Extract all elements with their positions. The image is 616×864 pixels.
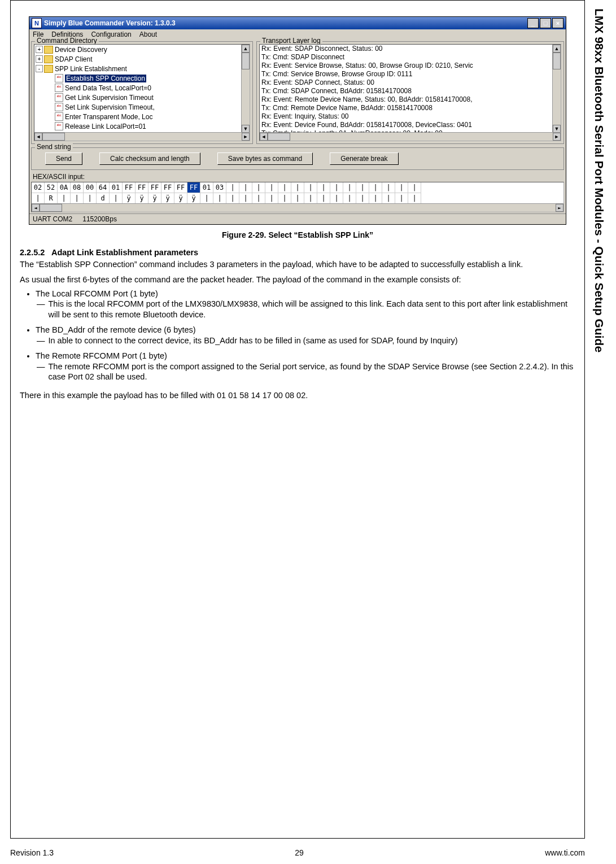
hex-cell[interactable]: FF [136,182,148,193]
hex-cell[interactable]: FF [148,182,161,193]
expand-icon[interactable]: + [36,55,43,63]
tree-item-label: SDAP Client [55,55,92,63]
tree-item-label: Establish SPP Connection [65,75,146,82]
hex-cell[interactable]: d [97,193,110,204]
hex-cell[interactable]: 01 [200,182,213,193]
hex-cell[interactable]: | [32,193,45,204]
hex-cell[interactable]: | [356,193,369,204]
hex-cell[interactable]: | [317,182,330,193]
hex-cell[interactable]: | [265,182,278,193]
app-window: N Simply Blue Commander Version: 1.3.0.3… [29,16,566,225]
hex-cell[interactable]: ÿ [174,193,187,204]
hex-cell[interactable]: ÿ [187,193,200,204]
hex-cell[interactable]: R [45,193,58,204]
hex-cell[interactable]: | [330,182,343,193]
hex-cell[interactable]: 02 [32,182,45,193]
hex-cell[interactable]: | [369,182,382,193]
log-line: Tx: Cmd: Service Browse, Browse Group ID… [260,70,561,78]
expand-icon[interactable]: - [36,65,43,72]
hex-cell[interactable]: | [317,193,330,204]
hex-cell[interactable]: | [408,193,421,204]
hex-cell[interactable]: ÿ [136,193,148,204]
send-button[interactable]: Send [45,152,82,165]
hex-cell[interactable]: | [330,193,343,204]
hex-cell[interactable]: FF [187,182,200,193]
hex-cell[interactable]: | [239,193,252,204]
hex-cell[interactable]: | [343,193,356,204]
calc-checksum-button[interactable]: Calc checksum and length [99,152,200,165]
hex-input[interactable]: 02520A08006401FFFFFFFFFFFF0103||||||||||… [31,182,564,212]
minimize-button[interactable]: _ [527,18,539,28]
log-vscroll[interactable]: ▲▼ [552,45,561,133]
hex-cell[interactable]: | [395,182,408,193]
tree-item[interactable]: abcGet Link Supervision Timeout [54,93,250,102]
expand-icon[interactable]: + [36,46,43,53]
menu-about[interactable]: About [139,30,157,38]
close-button[interactable]: × [552,18,563,28]
hex-cell[interactable]: | [382,182,395,193]
hex-cell[interactable]: | [226,182,239,193]
footer-url: www.ti.com [545,848,585,857]
hex-cell[interactable]: | [278,182,291,193]
tree-item[interactable]: -SPP Link Establishment [34,64,250,73]
bullet-sub: This is the local RFCOMM port of the LMX… [49,299,576,320]
command-directory-legend: Command Directory [35,37,99,45]
tree-item[interactable]: abcSet Link Supervision Timeout, [54,102,250,112]
hex-cell[interactable]: | [369,193,382,204]
hex-label: HEX/ASCII input: [29,172,566,181]
tree-hscroll[interactable]: ◄► [34,132,250,141]
hex-cell[interactable]: FF [161,182,174,193]
maximize-button[interactable]: □ [540,18,551,28]
hex-cell[interactable]: | [110,193,123,204]
hex-cell[interactable]: | [304,193,317,204]
hex-cell[interactable]: ÿ [148,193,161,204]
hex-cell[interactable]: | [58,193,71,204]
hex-cell[interactable]: | [395,193,408,204]
doc-icon: abc [55,112,63,121]
hex-cell[interactable]: 0A [58,182,71,193]
command-tree[interactable]: +Device Discovery+SDAP Client-SPP Link E… [34,44,250,141]
hex-cell[interactable]: | [278,193,291,204]
hex-cell[interactable]: | [239,182,252,193]
hex-cell[interactable]: 64 [97,182,110,193]
hex-cell[interactable]: ÿ [161,193,174,204]
log-line: Rx: Event: SDAP Connect, Status: 00 [260,78,561,87]
hex-cell[interactable]: | [213,193,226,204]
tree-item[interactable]: abcEnter Transparent Mode, Loc [54,112,250,121]
hex-cell[interactable]: | [382,193,395,204]
hex-cell[interactable]: | [265,193,278,204]
tree-item[interactable]: +Device Discovery [34,45,250,54]
hex-cell[interactable]: FF [123,182,136,193]
hex-cell[interactable]: ÿ [123,193,136,204]
tree-item[interactable]: abcSend Data Test, LocalPort=0 [54,83,250,93]
hex-cell[interactable]: | [200,193,213,204]
hex-cell[interactable]: | [304,182,317,193]
hex-cell[interactable]: | [252,193,265,204]
hex-cell[interactable]: 03 [213,182,226,193]
transport-log[interactable]: Rx: Event: SDAP Disconnect, Status: 00Tx… [259,44,561,141]
hex-cell[interactable]: | [291,182,304,193]
doc-icon: abc [55,122,63,130]
hex-cell[interactable]: | [408,182,421,193]
titlebar: N Simply Blue Commander Version: 1.3.0.3… [29,17,566,29]
save-bytes-button[interactable]: Save bytes as command [217,152,313,165]
tree-item[interactable]: abcEstablish SPP Connection [54,73,250,83]
hex-cell[interactable]: | [226,193,239,204]
hex-cell[interactable]: 52 [45,182,58,193]
tree-item[interactable]: +SDAP Client [34,54,250,64]
hex-cell[interactable]: | [343,182,356,193]
tree-item[interactable]: abcRelease Link LocalPort=01 [54,121,250,131]
hex-cell[interactable]: | [252,182,265,193]
hex-cell[interactable]: FF [174,182,187,193]
generate-break-button[interactable]: Generate break [330,152,398,165]
hex-cell[interactable]: | [71,193,84,204]
log-hscroll[interactable]: ◄► [260,132,561,141]
hex-cell[interactable]: | [356,182,369,193]
hex-cell[interactable]: | [291,193,304,204]
hex-cell[interactable]: 00 [84,182,97,193]
tree-vscroll[interactable]: ▲▼ [241,45,250,133]
hex-cell[interactable]: 01 [110,182,123,193]
hex-cell[interactable]: | [84,193,97,204]
hex-hscroll[interactable]: ◄► [32,203,563,212]
hex-cell[interactable]: 08 [71,182,84,193]
